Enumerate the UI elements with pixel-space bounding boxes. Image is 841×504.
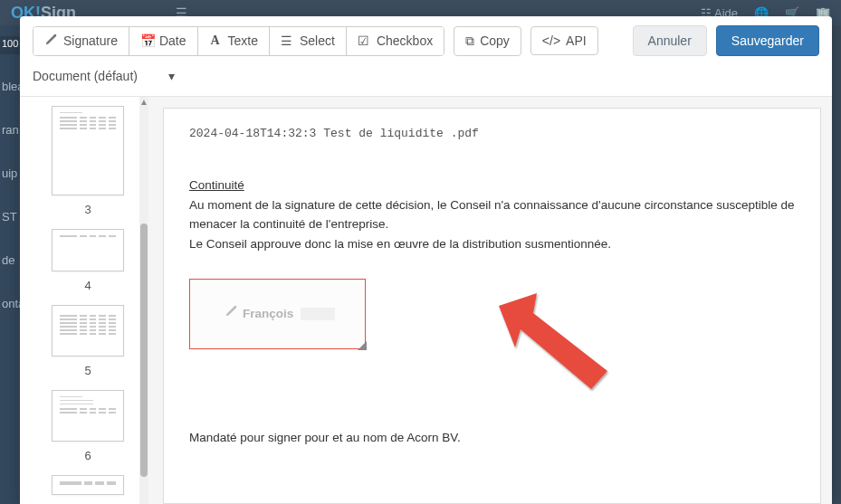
thumbnail-scrollbar[interactable]: ▲ xyxy=(139,97,148,504)
copy-icon: ⧉ xyxy=(465,33,474,49)
copy-button[interactable]: ⧉ Copy xyxy=(454,26,521,56)
resize-handle-icon[interactable] xyxy=(358,341,367,350)
zoom-level: 100 xyxy=(0,36,20,54)
scrollbar-thumb[interactable] xyxy=(140,223,148,477)
thumbnail-page-3[interactable] xyxy=(52,106,124,195)
thumbnail-page-7[interactable] xyxy=(52,475,124,495)
signature-tool[interactable]: Signature xyxy=(33,27,129,55)
main-sidebar: 100 blea ran uip ST de onta xyxy=(0,25,20,504)
page-canvas[interactable]: 2024-04-18T14:32:3 Test de liquidite .pd… xyxy=(148,97,832,504)
pen-icon xyxy=(225,305,237,323)
thumbnail-page-4[interactable] xyxy=(52,229,124,271)
document-selector-bar: Document (défaut) ▾ xyxy=(20,62,832,96)
section-heading: Continuité xyxy=(189,176,795,195)
field-tools-group: Signature 📅 Date A Texte ☰ Select ☑ Chec… xyxy=(33,26,444,56)
scroll-up-icon[interactable]: ▲ xyxy=(139,97,148,108)
chevron-down-icon[interactable]: ▾ xyxy=(168,69,175,83)
paragraph: Au moment de la signature de cette décis… xyxy=(189,196,795,233)
thumbnail-label: 5 xyxy=(84,364,91,377)
thumbnail-label: 4 xyxy=(84,279,91,292)
thumbnail-panel[interactable]: 3 4 5 xyxy=(20,97,139,504)
editor-modal: Signature 📅 Date A Texte ☰ Select ☑ Chec… xyxy=(20,16,832,504)
sidebar-item[interactable]: ST xyxy=(0,210,20,228)
sidebar-item[interactable]: uip xyxy=(0,166,20,185)
thumbnail-page-6[interactable] xyxy=(52,390,124,442)
sidebar-item[interactable]: ran xyxy=(0,123,20,141)
sidebar-item[interactable]: blea xyxy=(0,80,20,98)
code-icon: </> xyxy=(542,33,560,48)
list-icon: ☰ xyxy=(281,33,293,48)
select-tool[interactable]: ☰ Select xyxy=(270,27,347,55)
pen-icon xyxy=(44,33,57,49)
date-tool[interactable]: 📅 Date xyxy=(129,27,198,55)
mandate-text: Mandaté pour signer pour et au nom de Ac… xyxy=(189,429,795,447)
paragraph: Le Conseil approuve donc la mise en œuvr… xyxy=(189,235,795,253)
cancel-button[interactable]: Annuler xyxy=(633,25,707,56)
api-button[interactable]: </> API xyxy=(530,26,598,55)
checkbox-icon: ☑ xyxy=(358,33,370,48)
document-select[interactable]: Document (défaut) xyxy=(33,65,138,87)
workspace: 3 4 5 xyxy=(20,96,832,504)
text-tool[interactable]: A Texte xyxy=(198,27,270,55)
thumbnail-label: 6 xyxy=(84,449,91,462)
redacted-surname xyxy=(301,308,335,320)
document-page[interactable]: 2024-04-18T14:32:3 Test de liquidite .pd… xyxy=(163,108,821,504)
thumbnail-page-5[interactable] xyxy=(52,305,124,357)
editor-toolbar: Signature 📅 Date A Texte ☰ Select ☑ Chec… xyxy=(20,16,832,62)
sidebar-item[interactable]: de xyxy=(0,253,20,271)
font-icon: A xyxy=(209,33,222,48)
thumbnail-label: 3 xyxy=(84,203,91,216)
sidebar-item[interactable]: onta xyxy=(0,297,20,315)
calendar-icon: 📅 xyxy=(140,33,153,48)
signer-name: François xyxy=(243,305,293,323)
save-button[interactable]: Sauvegarder xyxy=(716,25,819,56)
checkbox-tool[interactable]: ☑ Checkbox xyxy=(347,27,444,55)
page-file-header: 2024-04-18T14:32:3 Test de liquidite .pd… xyxy=(189,127,795,140)
signature-field[interactable]: François xyxy=(189,279,366,349)
